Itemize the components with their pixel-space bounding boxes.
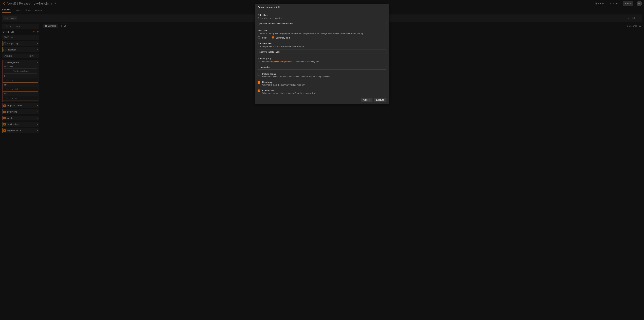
field-help: The sample field in which to store the s… (258, 45, 386, 48)
option-help: Whether to include per-value counts when… (262, 76, 330, 78)
option-read-only: Read-only Whether to mark the summary fi… (258, 81, 386, 86)
option-include-counts: Include counts Whether to include per-va… (258, 73, 386, 78)
checkbox[interactable] (258, 90, 260, 92)
field-label: Select field (258, 14, 386, 16)
modal-body: Select field Select a field to summarize… (255, 11, 389, 96)
option-label: Include counts (262, 73, 330, 75)
option-help: Whether to mark the summary field as rea… (262, 84, 305, 86)
sidebar-group-input[interactable] (258, 64, 386, 70)
help-pre: The name of an (258, 60, 272, 63)
option-help: Whether to create database index(es) for… (262, 92, 316, 94)
field-type-radio-group: Index Summary field (258, 35, 386, 39)
execute-button[interactable]: Execute (374, 98, 386, 102)
field-label: Summary field (258, 42, 386, 44)
checkbox[interactable] (258, 73, 260, 76)
help-post: to which to add the summary field (289, 60, 319, 63)
field-select-field: Select field Select a field to summarize (258, 14, 386, 26)
option-label: Read-only (262, 81, 305, 84)
field-summary-field: Summary field The sample field in which … (258, 42, 386, 54)
summary-field-input[interactable] (258, 49, 386, 54)
option-label: Create index (262, 89, 316, 92)
modal-footer: Cancel Execute (255, 96, 389, 104)
modal-title: Create summary field (255, 4, 389, 11)
radio-summary-field[interactable]: Summary field (272, 36, 290, 39)
field-help: The name of an App sidebar group to whic… (258, 60, 386, 63)
modal-backdrop[interactable]: Create summary field Select field Select… (0, 0, 644, 320)
field-sidebar-group: Sidebar group The name of an App sidebar… (258, 57, 386, 70)
option-create-index: Create index Whether to create database … (258, 89, 386, 94)
field-field-type: Field type Create a summary field to agg… (258, 29, 386, 39)
radio-label: Index (262, 36, 267, 39)
field-help: Create a summary field to aggregate valu… (258, 32, 386, 35)
create-summary-field-modal: Create summary field Select field Select… (255, 4, 389, 104)
radio-index[interactable]: Index (258, 36, 267, 39)
cancel-button[interactable]: Cancel (361, 98, 372, 102)
checkbox[interactable] (258, 81, 260, 84)
radio-label: Summary field (276, 36, 290, 39)
radio-icon (272, 36, 274, 39)
field-help: Select a field to summarize (258, 17, 386, 19)
select-field-input[interactable] (258, 21, 386, 26)
help-link[interactable]: App sidebar group (272, 60, 289, 63)
radio-icon (258, 36, 260, 39)
field-label: Sidebar group (258, 57, 386, 60)
field-label: Field type (258, 29, 386, 32)
